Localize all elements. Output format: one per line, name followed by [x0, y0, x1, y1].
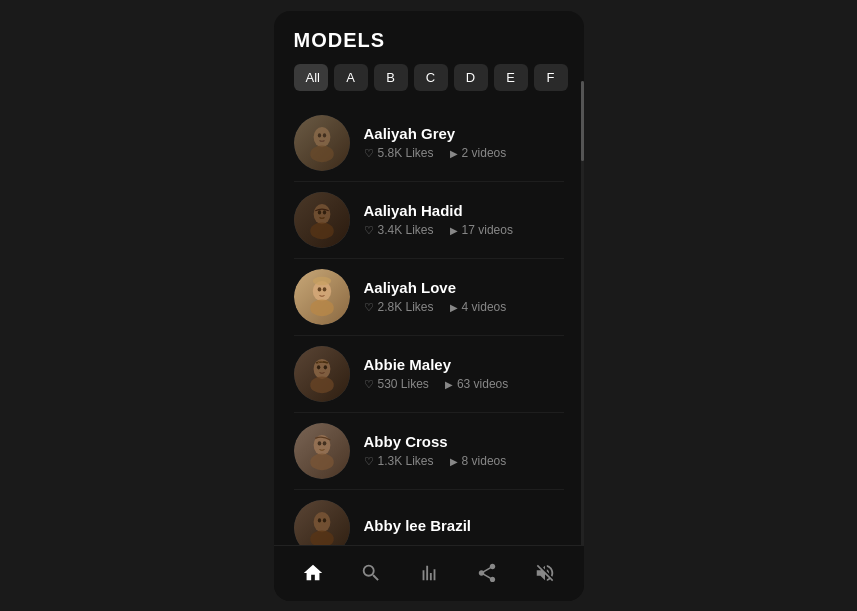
svg-point-9: [310, 299, 334, 316]
content-area: MODELS All A B C D E F: [274, 11, 584, 545]
filter-f[interactable]: F: [534, 64, 568, 91]
svg-point-11: [322, 287, 326, 291]
bottom-nav: [274, 545, 584, 601]
avatar: [294, 269, 350, 325]
model-stats: ♡ 5.8K Likes ▶ 2 videos: [364, 146, 564, 160]
avatar: [294, 192, 350, 248]
model-stats: ♡ 530 Likes ▶ 63 videos: [364, 377, 564, 391]
heart-icon: ♡: [364, 301, 374, 314]
play-icon: ▶: [450, 148, 458, 159]
svg-point-1: [310, 145, 334, 162]
videos-count: 17 videos: [462, 223, 513, 237]
avatar: [294, 500, 350, 545]
likes-count: 5.8K Likes: [378, 146, 434, 160]
play-icon: ▶: [450, 225, 458, 236]
heart-icon: ♡: [364, 147, 374, 160]
nav-share[interactable]: [465, 551, 509, 595]
svg-point-2: [317, 133, 320, 137]
svg-point-7: [322, 210, 325, 214]
scroll-thumb: [581, 81, 584, 161]
scroll-indicator: [581, 81, 584, 545]
model-name: Aaliyah Grey: [364, 125, 564, 142]
filter-e[interactable]: E: [494, 64, 528, 91]
svg-point-6: [317, 210, 320, 214]
videos-count: 2 videos: [462, 146, 507, 160]
filter-a[interactable]: A: [334, 64, 368, 91]
list-item[interactable]: Aaliyah Love ♡ 2.8K Likes ▶ 4 videos: [294, 259, 564, 336]
svg-point-14: [310, 376, 334, 393]
avatar: [294, 115, 350, 171]
model-info: Aaliyah Hadid ♡ 3.4K Likes ▶ 17 videos: [364, 202, 564, 237]
likes-count: 530 Likes: [378, 377, 429, 391]
heart-icon: ♡: [364, 455, 374, 468]
model-name: Abbie Maley: [364, 356, 564, 373]
nav-stats[interactable]: [407, 551, 451, 595]
model-stats: ♡ 2.8K Likes ▶ 4 videos: [364, 300, 564, 314]
likes-count: 3.4K Likes: [378, 223, 434, 237]
nav-home[interactable]: [291, 551, 335, 595]
model-stats: ♡ 3.4K Likes ▶ 17 videos: [364, 223, 564, 237]
filter-b[interactable]: B: [374, 64, 408, 91]
list-item[interactable]: Abbie Maley ♡ 530 Likes ▶ 63 videos: [294, 336, 564, 413]
svg-point-22: [310, 530, 334, 544]
nav-mute[interactable]: [523, 551, 567, 595]
svg-point-15: [316, 365, 319, 369]
heart-icon: ♡: [364, 224, 374, 237]
videos-count: 63 videos: [457, 377, 508, 391]
svg-point-23: [317, 518, 320, 522]
model-info: Abby Cross ♡ 1.3K Likes ▶ 8 videos: [364, 433, 564, 468]
svg-point-24: [322, 518, 325, 522]
svg-point-19: [317, 441, 321, 445]
model-name: Abby Cross: [364, 433, 564, 450]
svg-point-10: [317, 287, 321, 291]
list-item[interactable]: Aaliyah Grey ♡ 5.8K Likes ▶ 2 videos: [294, 105, 564, 182]
videos-count: 8 videos: [462, 454, 507, 468]
page-title: MODELS: [274, 11, 584, 64]
play-icon: ▶: [450, 456, 458, 467]
model-info: Abbie Maley ♡ 530 Likes ▶ 63 videos: [364, 356, 564, 391]
filter-c[interactable]: C: [414, 64, 448, 91]
filter-all[interactable]: All: [294, 64, 328, 91]
avatar: [294, 346, 350, 402]
filter-d[interactable]: D: [454, 64, 488, 91]
videos-count: 4 videos: [462, 300, 507, 314]
model-name: Aaliyah Love: [364, 279, 564, 296]
list-item[interactable]: Abby Cross ♡ 1.3K Likes ▶ 8 videos: [294, 413, 564, 490]
model-stats: ♡ 1.3K Likes ▶ 8 videos: [364, 454, 564, 468]
svg-point-12: [312, 276, 330, 284]
svg-point-18: [310, 453, 334, 470]
play-icon: ▶: [445, 379, 453, 390]
model-info: Aaliyah Love ♡ 2.8K Likes ▶ 4 videos: [364, 279, 564, 314]
model-info: Abby lee Brazil: [364, 517, 564, 538]
list-item[interactable]: Aaliyah Hadid ♡ 3.4K Likes ▶ 17 videos: [294, 182, 564, 259]
svg-point-20: [322, 441, 326, 445]
models-list: Aaliyah Grey ♡ 5.8K Likes ▶ 2 videos: [274, 105, 584, 545]
likes-count: 2.8K Likes: [378, 300, 434, 314]
svg-point-0: [313, 127, 330, 147]
svg-point-16: [323, 365, 326, 369]
likes-count: 1.3K Likes: [378, 454, 434, 468]
phone-container: MODELS All A B C D E F: [274, 11, 584, 601]
model-info: Aaliyah Grey ♡ 5.8K Likes ▶ 2 videos: [364, 125, 564, 160]
avatar: [294, 423, 350, 479]
model-name: Aaliyah Hadid: [364, 202, 564, 219]
model-name: Abby lee Brazil: [364, 517, 564, 534]
play-icon: ▶: [450, 302, 458, 313]
nav-search[interactable]: [349, 551, 393, 595]
heart-icon: ♡: [364, 378, 374, 391]
svg-point-3: [322, 133, 325, 137]
svg-point-21: [313, 512, 330, 532]
svg-point-5: [310, 222, 334, 239]
filter-bar: All A B C D E F: [274, 64, 584, 105]
list-item[interactable]: Abby lee Brazil: [294, 490, 564, 545]
svg-point-4: [313, 204, 330, 224]
